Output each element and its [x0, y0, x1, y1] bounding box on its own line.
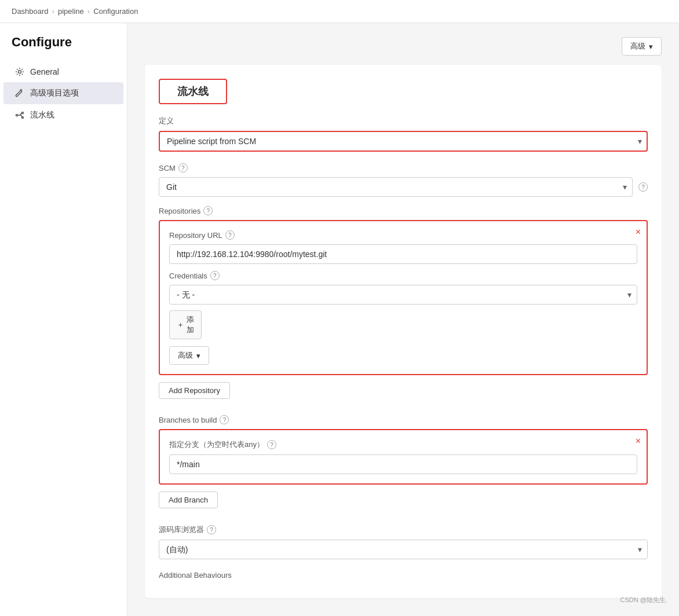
scm-select[interactable]: Git None	[159, 177, 633, 197]
repo-url-label-row: Repository URL ?	[169, 230, 637, 240]
repo-close-icon: ×	[636, 227, 641, 237]
advanced-button[interactable]: 高级 ▾	[622, 37, 662, 56]
svg-point-0	[19, 71, 21, 74]
watermark: CSDN @陆先生.	[620, 596, 667, 604]
scm-help-icon-2[interactable]: ?	[638, 182, 648, 192]
repo-advanced-label: 高级	[178, 350, 193, 361]
branches-label-row: Branches to build ?	[159, 415, 648, 424]
add-credentials-icon: ＋	[177, 320, 184, 330]
scm-label: SCM	[159, 164, 176, 173]
definition-label-row: 定义	[159, 116, 648, 126]
credentials-select[interactable]: - 无 -	[169, 285, 637, 305]
breadcrumb-current: Configuration	[93, 7, 138, 16]
add-repository-label: Add Repository	[169, 386, 220, 395]
sidebar-item-general[interactable]: General	[3, 61, 123, 82]
flow-icon	[15, 111, 24, 120]
branches-help-icon[interactable]: ?	[220, 415, 229, 424]
add-credentials-button[interactable]: ＋ 添加	[169, 310, 202, 339]
top-toolbar: 高级 ▾	[145, 37, 662, 56]
branch-card-close-button[interactable]: ×	[636, 436, 641, 446]
sidebar: Configure General 高级项目选项	[0, 23, 127, 616]
repo-advanced-arrow: ▾	[196, 351, 200, 360]
breadcrumb-dashboard[interactable]: Dashboard	[12, 7, 49, 16]
svg-point-2	[22, 112, 24, 114]
scm-section: SCM ? Git None ▾ ? Repo	[159, 163, 648, 580]
scm-select-wrapper: Git None ▾	[159, 177, 633, 197]
page-title: Configure	[0, 35, 127, 61]
repositories-help-icon[interactable]: ?	[203, 206, 213, 215]
scm-label-row: SCM ?	[159, 163, 648, 173]
breadcrumb-sep-2: ›	[87, 7, 90, 16]
definition-label: 定义	[159, 116, 174, 126]
branch-input[interactable]	[169, 454, 637, 474]
pipeline-section: 流水线 定义 Pipeline script from SCM Pipeline…	[145, 65, 662, 598]
sidebar-item-general-label: General	[30, 67, 59, 76]
additional-behaviours-section: Additional Behaviours	[159, 571, 648, 580]
credentials-select-wrapper: - 无 - ▾	[169, 285, 637, 305]
sidebar-item-advanced[interactable]: 高级项目选项	[3, 82, 123, 104]
svg-point-1	[16, 115, 18, 116]
branch-field-label: 指定分支（为空时代表any）	[169, 439, 264, 450]
source-browser-label: 源码库浏览器	[159, 525, 204, 535]
repositories-section: Repositories ? × Repository URL ?	[159, 206, 648, 580]
repo-url-label: Repository URL	[169, 231, 222, 240]
source-browser-select-wrapper: (自动) GitLab ▾	[159, 540, 648, 559]
branch-card: × 指定分支（为空时代表any） ?	[159, 429, 648, 485]
credentials-label-row: Credentials ?	[169, 271, 637, 280]
advanced-dropdown-arrow: ▾	[649, 42, 653, 51]
additional-behaviours-label: Additional Behaviours	[159, 571, 232, 580]
main-content: 高级 ▾ 流水线 定义 Pipeline script from SCM Pip…	[127, 23, 679, 616]
sidebar-item-advanced-label: 高级项目选项	[30, 88, 79, 98]
branches-label: Branches to build	[159, 416, 217, 424]
repositories-label-row: Repositories ?	[159, 206, 648, 215]
source-browser-label-row: 源码库浏览器 ?	[159, 525, 648, 535]
add-branch-button[interactable]: Add Branch	[159, 492, 218, 508]
source-browser-section: 源码库浏览器 ? (自动) GitLab ▾	[159, 525, 648, 559]
branch-field-label-row: 指定分支（为空时代表any） ?	[169, 439, 637, 450]
breadcrumb: Dashboard › pipeline › Configuration	[0, 0, 679, 23]
breadcrumb-pipeline[interactable]: pipeline	[58, 7, 84, 16]
credentials-section: Credentials ? - 无 - ▾	[169, 271, 637, 305]
branch-help-icon[interactable]: ?	[267, 440, 276, 449]
credentials-label: Credentials	[169, 272, 207, 280]
scm-help-icon[interactable]: ?	[178, 163, 188, 173]
advanced-button-label: 高级	[630, 41, 645, 52]
gear-icon	[15, 67, 24, 76]
branches-section: Branches to build ? × 指定分支（为空时代表any） ?	[159, 415, 648, 580]
sidebar-item-pipeline[interactable]: 流水线	[3, 104, 123, 126]
repo-card: × Repository URL ? Credentials ?	[159, 220, 648, 375]
pipeline-tab[interactable]: 流水线	[159, 79, 227, 104]
credentials-help-icon[interactable]: ?	[210, 271, 220, 280]
repositories-label: Repositories	[159, 207, 200, 215]
branch-close-icon: ×	[636, 436, 641, 446]
breadcrumb-sep-1: ›	[52, 7, 54, 16]
repo-advanced-button[interactable]: 高级 ▾	[169, 346, 209, 365]
repo-url-input[interactable]	[169, 244, 637, 264]
repo-card-close-button[interactable]: ×	[636, 227, 641, 237]
source-browser-help-icon[interactable]: ?	[207, 525, 216, 534]
definition-select[interactable]: Pipeline script from SCM Pipeline script	[159, 131, 648, 152]
additional-behaviours-label-row: Additional Behaviours	[159, 571, 648, 580]
scm-select-row: Git None ▾ ?	[159, 177, 648, 197]
sidebar-item-pipeline-label: 流水线	[30, 110, 54, 120]
repo-advanced-row: 高级 ▾	[169, 346, 637, 365]
add-credentials-label: 添加	[187, 314, 194, 335]
source-browser-select[interactable]: (自动) GitLab	[159, 540, 648, 559]
repo-url-help-icon[interactable]: ?	[225, 230, 235, 240]
add-repository-button[interactable]: Add Repository	[159, 382, 230, 399]
wrench-icon	[15, 89, 24, 98]
add-branch-label: Add Branch	[169, 496, 208, 504]
